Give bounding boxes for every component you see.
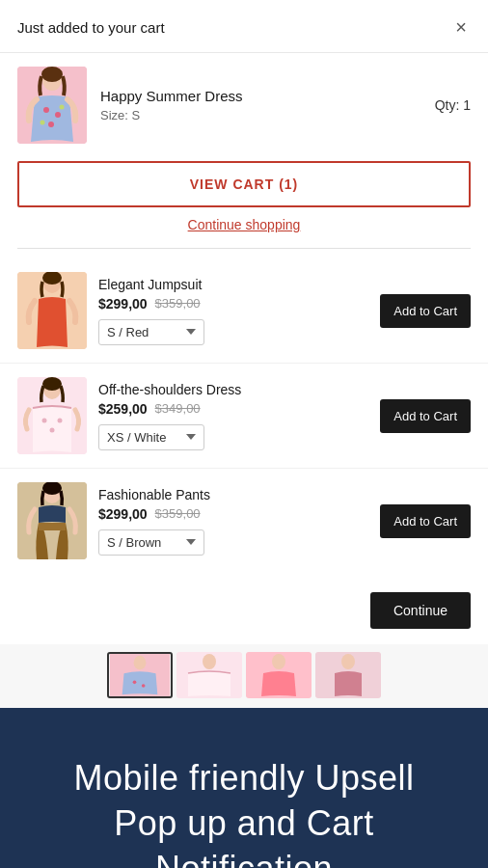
popup-title: Just added to your cart bbox=[17, 19, 165, 36]
pants-image-svg bbox=[17, 482, 87, 559]
view-cart-button[interactable]: VIEW CART (1) bbox=[17, 161, 471, 207]
upsell-price-current-jumpsuit: $299,00 bbox=[98, 296, 148, 312]
continue-button[interactable]: Continue bbox=[370, 592, 471, 629]
svg-point-25 bbox=[203, 654, 216, 669]
jumpsuit-image-svg bbox=[17, 272, 87, 349]
promo-text: Mobile friendly Upsell Pop up and Cart N… bbox=[39, 756, 449, 868]
upsell-name-dress: Off-the-shoulders Dress bbox=[98, 382, 368, 397]
upsell-prices-jumpsuit: $299,00 $359,00 bbox=[98, 296, 368, 312]
upsell-name-pants: Fashionable Pants bbox=[98, 487, 368, 502]
thumb-4[interactable] bbox=[315, 652, 381, 698]
upsell-item-dress: Off-the-shoulders Dress $259,00 $349,00 … bbox=[0, 364, 488, 469]
thumbnail-strip bbox=[0, 644, 488, 708]
svg-point-13 bbox=[42, 419, 47, 423]
upsell-prices-pants: $299,00 $359,00 bbox=[98, 506, 368, 522]
upsell-image-dress bbox=[17, 377, 87, 454]
close-button[interactable]: × bbox=[451, 15, 471, 39]
svg-point-15 bbox=[58, 419, 63, 423]
svg-point-3 bbox=[55, 112, 61, 118]
upsell-details-pants: Fashionable Pants $299,00 $359,00 XS / B… bbox=[98, 487, 368, 556]
thumb-image-1 bbox=[109, 654, 171, 696]
continue-row: Continue bbox=[0, 583, 488, 644]
upsell-item-pants: Fashionable Pants $299,00 $359,00 XS / B… bbox=[0, 469, 488, 573]
upsell-variant-select-pants[interactable]: XS / Brown S / Brown M / Brown bbox=[98, 529, 204, 556]
thumb-3[interactable] bbox=[246, 652, 312, 698]
thumb-2[interactable] bbox=[176, 652, 242, 698]
upsell-price-current-pants: $299,00 bbox=[98, 506, 148, 522]
cart-item-image bbox=[17, 67, 87, 144]
add-to-cart-button-dress[interactable]: Add to Cart bbox=[380, 399, 471, 433]
svg-point-6 bbox=[60, 105, 65, 110]
svg-point-5 bbox=[41, 121, 45, 125]
upsell-details-dress: Off-the-shoulders Dress $259,00 $349,00 … bbox=[98, 382, 368, 450]
popup-panel: Just added to your cart × bbox=[0, 0, 488, 708]
add-to-cart-button-pants[interactable]: Add to Cart bbox=[380, 504, 471, 538]
upsell-price-original-pants: $359,00 bbox=[155, 506, 201, 521]
bottom-promo: Mobile friendly Upsell Pop up and Cart N… bbox=[0, 708, 488, 868]
upsell-details-jumpsuit: Elegant Jumpsuit $299,00 $359,00 XS / Re… bbox=[98, 277, 368, 345]
dress-image-svg bbox=[17, 377, 87, 454]
upsell-prices-dress: $259,00 $349,00 bbox=[98, 401, 368, 417]
cart-item-size: Size: S bbox=[100, 108, 421, 122]
cart-item-qty: Qty: 1 bbox=[435, 97, 471, 113]
upsell-image-pants bbox=[17, 482, 87, 559]
cart-item-details: Happy Summer Dress Size: S bbox=[100, 88, 421, 122]
svg-point-4 bbox=[48, 122, 54, 127]
continue-shopping-link[interactable]: Continue shopping bbox=[0, 217, 488, 248]
upsell-list: Elegant Jumpsuit $299,00 $359,00 XS / Re… bbox=[0, 249, 488, 583]
cart-item-row: Happy Summer Dress Size: S Qty: 1 bbox=[0, 53, 488, 157]
svg-point-27 bbox=[272, 654, 285, 669]
svg-point-29 bbox=[341, 654, 355, 669]
add-to-cart-button-jumpsuit[interactable]: Add to Cart bbox=[380, 294, 471, 328]
svg-point-16 bbox=[42, 377, 62, 391]
svg-point-21 bbox=[134, 656, 147, 670]
thumb-1[interactable] bbox=[107, 652, 173, 698]
svg-point-2 bbox=[43, 107, 49, 113]
svg-point-23 bbox=[142, 684, 146, 688]
upsell-price-current-dress: $259,00 bbox=[98, 401, 148, 417]
thumb-image-2 bbox=[176, 652, 242, 698]
upsell-price-original-dress: $349,00 bbox=[155, 401, 201, 416]
thumb-image-3 bbox=[246, 652, 312, 698]
svg-point-7 bbox=[41, 67, 63, 82]
svg-point-22 bbox=[133, 681, 137, 685]
upsell-variant-select-dress[interactable]: XS / White S / White M / White bbox=[98, 424, 204, 450]
svg-point-14 bbox=[50, 428, 55, 433]
cart-item-image-svg bbox=[17, 67, 87, 144]
upsell-variant-select-jumpsuit[interactable]: XS / Red S / Red M / Red L / Red bbox=[98, 319, 204, 345]
upsell-item-jumpsuit: Elegant Jumpsuit $299,00 $359,00 XS / Re… bbox=[0, 258, 488, 364]
upsell-price-original-jumpsuit: $359,00 bbox=[155, 296, 201, 311]
cart-item-name: Happy Summer Dress bbox=[100, 88, 421, 104]
upsell-name-jumpsuit: Elegant Jumpsuit bbox=[98, 277, 368, 292]
popup-header: Just added to your cart × bbox=[0, 0, 488, 53]
upsell-image-jumpsuit bbox=[17, 272, 87, 349]
thumb-image-4 bbox=[315, 652, 381, 698]
